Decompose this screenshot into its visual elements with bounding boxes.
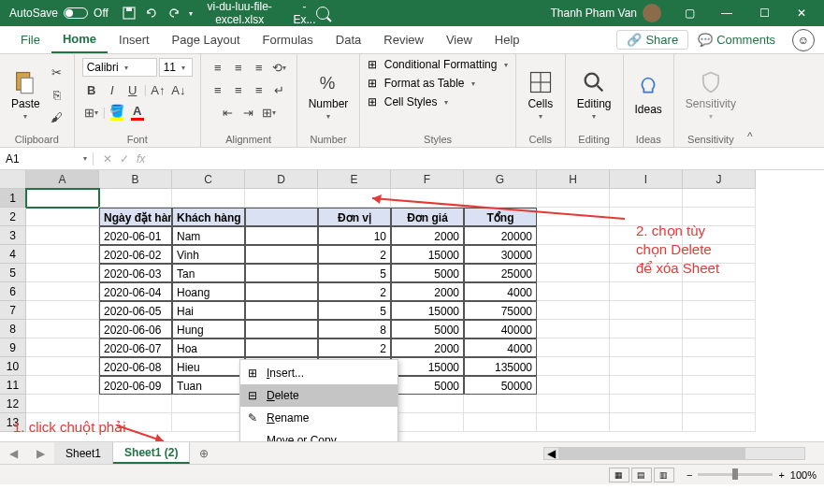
cell-F3[interactable]: 2000 — [391, 226, 464, 245]
horizontal-scrollbar[interactable]: ◀ — [543, 447, 805, 460]
row-header-3[interactable]: 3 — [0, 226, 26, 245]
align-bottom-icon[interactable]: ≡ — [250, 58, 268, 77]
cell-H13[interactable] — [537, 413, 610, 432]
cell-C13[interactable] — [172, 413, 245, 432]
cell-J2[interactable] — [683, 208, 756, 226]
cancel-formula-icon[interactable]: ✕ — [103, 152, 112, 166]
page-break-view-icon[interactable]: ▥ — [654, 468, 674, 482]
cell-A2[interactable] — [26, 208, 99, 226]
cell-G5[interactable]: 25000 — [464, 264, 537, 282]
search-box[interactable] — [316, 7, 550, 20]
cell-G2[interactable]: Tổng — [464, 208, 537, 226]
cell-B2[interactable]: Ngày đặt hàng — [99, 208, 172, 226]
cell-J8[interactable] — [683, 320, 756, 338]
align-center-icon[interactable]: ≡ — [229, 80, 248, 99]
cell-H12[interactable] — [537, 395, 610, 413]
cell-G13[interactable] — [464, 413, 537, 432]
cell-I1[interactable] — [610, 189, 683, 208]
cell-C3[interactable]: Nam — [172, 226, 245, 245]
cell-E1[interactable] — [318, 189, 391, 208]
cell-H8[interactable] — [537, 320, 610, 338]
cell-A9[interactable] — [26, 338, 99, 357]
cut-icon[interactable]: ✂ — [48, 64, 66, 82]
cell-D9[interactable] — [245, 338, 318, 357]
cell-J12[interactable] — [683, 395, 756, 413]
cell-E7[interactable]: 5 — [318, 301, 391, 320]
cell-G11[interactable]: 50000 — [464, 376, 537, 395]
add-sheet-button[interactable]: ⊕ — [190, 447, 218, 460]
cell-B3[interactable]: 2020-06-01 — [99, 226, 172, 245]
copy-icon[interactable]: ⎘ — [48, 86, 66, 105]
cell-J3[interactable] — [683, 226, 756, 245]
ribbon-options-icon[interactable]: ▢ — [671, 0, 708, 26]
row-header-10[interactable]: 10 — [0, 357, 26, 376]
bold-button[interactable]: B — [82, 80, 101, 99]
cell-F8[interactable]: 5000 — [391, 320, 464, 338]
cell-G12[interactable] — [464, 395, 537, 413]
cell-B13[interactable] — [99, 413, 172, 432]
paste-button[interactable]: Paste▾ — [7, 67, 44, 122]
col-header-H[interactable]: H — [537, 170, 610, 189]
merge-icon[interactable]: ⊞▾ — [260, 103, 279, 122]
format-as-table-button[interactable]: ⊞ Format as Table ▾ — [368, 77, 475, 90]
row-header-1[interactable]: 1 — [0, 189, 26, 208]
borders-icon[interactable]: ⊞▾ — [82, 103, 101, 122]
conditional-formatting-button[interactable]: ⊞ Conditional Formatting ▾ — [368, 58, 507, 71]
cell-E8[interactable]: 8 — [318, 320, 391, 338]
cell-E5[interactable]: 5 — [318, 264, 391, 282]
cell-E3[interactable]: 10 — [318, 226, 391, 245]
cell-B12[interactable] — [99, 395, 172, 413]
editing-button[interactable]: Editing▾ — [573, 67, 615, 122]
tab-review[interactable]: Review — [372, 26, 435, 53]
cell-A8[interactable] — [26, 320, 99, 338]
cell-I11[interactable] — [610, 376, 683, 395]
col-header-I[interactable]: I — [610, 170, 683, 189]
underline-button[interactable]: U — [123, 80, 142, 99]
cell-H7[interactable] — [537, 301, 610, 320]
cell-D7[interactable] — [245, 301, 318, 320]
font-color-icon[interactable]: A — [128, 103, 147, 122]
cell-H5[interactable] — [537, 264, 610, 282]
align-left-icon[interactable]: ≡ — [209, 80, 227, 99]
align-middle-icon[interactable]: ≡ — [229, 58, 248, 77]
cell-J13[interactable] — [683, 413, 756, 432]
autosave-toggle[interactable]: AutoSave Off — [4, 7, 114, 20]
cell-G10[interactable]: 135000 — [464, 357, 537, 376]
cell-A7[interactable] — [26, 301, 99, 320]
zoom-out-button[interactable]: − — [687, 469, 692, 481]
cell-G9[interactable]: 4000 — [464, 338, 537, 357]
tab-home[interactable]: Home — [51, 26, 108, 53]
worksheet-area[interactable]: ABCDEFGHIJ12Ngày đặt hàngKhách hàngĐơn v… — [0, 170, 824, 441]
col-header-J[interactable]: J — [683, 170, 756, 189]
col-header-G[interactable]: G — [464, 170, 537, 189]
wrap-text-icon[interactable]: ↵ — [270, 80, 289, 99]
cell-I2[interactable] — [610, 208, 683, 226]
menu-move-copy[interactable]: Move or Copy... — [240, 429, 398, 441]
cell-A10[interactable] — [26, 357, 99, 376]
cell-I12[interactable] — [610, 395, 683, 413]
tab-file[interactable]: File — [9, 26, 51, 53]
menu-insert[interactable]: ⊞Insert... — [240, 362, 398, 384]
cell-B11[interactable]: 2020-06-09 — [99, 376, 172, 395]
cell-C1[interactable] — [172, 189, 245, 208]
cell-J5[interactable] — [683, 264, 756, 282]
row-header-11[interactable]: 11 — [0, 376, 26, 395]
cell-J4[interactable] — [683, 245, 756, 264]
normal-view-icon[interactable]: ▦ — [609, 468, 629, 482]
cell-C6[interactable]: Hoang — [172, 282, 245, 301]
cell-E4[interactable]: 2 — [318, 245, 391, 264]
cell-C10[interactable]: Hieu — [172, 357, 245, 376]
minimize-button[interactable]: — — [708, 0, 745, 26]
number-format-button[interactable]: % Number▾ — [305, 67, 353, 122]
cell-A13[interactable] — [26, 413, 99, 432]
share-button[interactable]: 🔗Share — [616, 30, 688, 50]
cell-J6[interactable] — [683, 282, 756, 301]
cell-styles-button[interactable]: ⊞ Cell Styles ▾ — [368, 95, 447, 108]
cell-F13[interactable] — [391, 413, 464, 432]
sheet-nav-prev[interactable]: ◀ — [0, 447, 27, 460]
cell-G8[interactable]: 40000 — [464, 320, 537, 338]
cell-H6[interactable] — [537, 282, 610, 301]
feedback-icon[interactable]: ☺ — [792, 29, 815, 51]
cell-D3[interactable] — [245, 226, 318, 245]
cell-A4[interactable] — [26, 245, 99, 264]
